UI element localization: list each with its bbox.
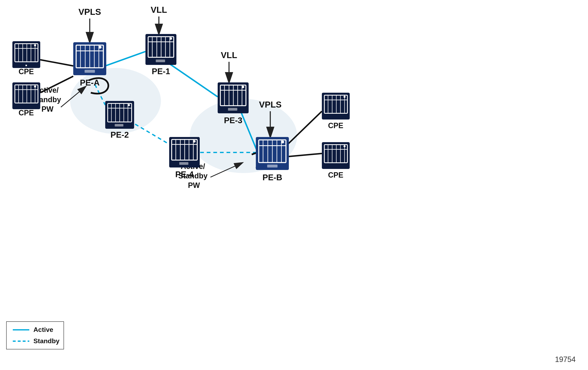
figure-number: 19754 [555, 355, 576, 364]
pe3-node [218, 82, 249, 113]
svg-point-45 [99, 46, 102, 49]
svg-text:■: ■ [25, 64, 27, 67]
cpe2-label: CPE [19, 109, 34, 117]
svg-line-11 [288, 153, 322, 157]
svg-rect-76 [228, 108, 237, 111]
svg-rect-86 [179, 162, 188, 165]
svg-point-55 [170, 37, 172, 40]
svg-point-114 [344, 145, 346, 147]
cpe3-label: CPE [328, 121, 343, 130]
legend-active-label: Active [33, 326, 53, 333]
legend-standby: Standby [13, 337, 57, 345]
svg-point-26 [34, 44, 36, 46]
svg-point-36 [34, 86, 36, 88]
svg-rect-46 [84, 70, 95, 73]
vll1-label: VLL [151, 5, 167, 15]
vpls2-label: VPLS [259, 100, 282, 110]
pe2-node [105, 101, 134, 129]
vll2-label: VLL [221, 50, 237, 60]
legend-active: Active [13, 326, 57, 333]
pea-label: PE-A [80, 78, 100, 87]
pe1-label: PE-1 [152, 67, 170, 76]
legend-standby-label: Standby [33, 337, 59, 345]
svg-rect-66 [115, 124, 123, 127]
cpe2-node [12, 82, 40, 109]
svg-rect-56 [156, 60, 165, 62]
cpe4-label: CPE [328, 171, 343, 179]
svg-point-105 [344, 96, 346, 98]
pe2-label: PE-2 [111, 130, 129, 139]
cpe4-node [322, 142, 350, 169]
pe4-node [169, 137, 200, 168]
pe1-node [146, 34, 176, 65]
cpe3-node [322, 93, 350, 120]
pe4-label: PE-4 [175, 170, 194, 179]
legend-box: Active Standby [6, 321, 64, 350]
peb-label: PE-B [262, 173, 282, 182]
pea-node [73, 42, 106, 75]
pe3-label: PE-3 [224, 116, 242, 125]
svg-point-95 [281, 140, 284, 143]
cpe1-label: CPE [19, 67, 34, 76]
svg-line-2 [40, 60, 73, 66]
svg-point-75 [242, 86, 244, 88]
svg-line-4 [105, 51, 146, 66]
svg-point-65 [128, 104, 130, 106]
peb-node [256, 137, 289, 170]
svg-point-85 [193, 140, 196, 143]
vpls1-label: VPLS [78, 7, 101, 17]
svg-line-5 [165, 61, 218, 97]
cpe1-node: ■ [12, 41, 40, 68]
svg-rect-96 [267, 165, 277, 168]
